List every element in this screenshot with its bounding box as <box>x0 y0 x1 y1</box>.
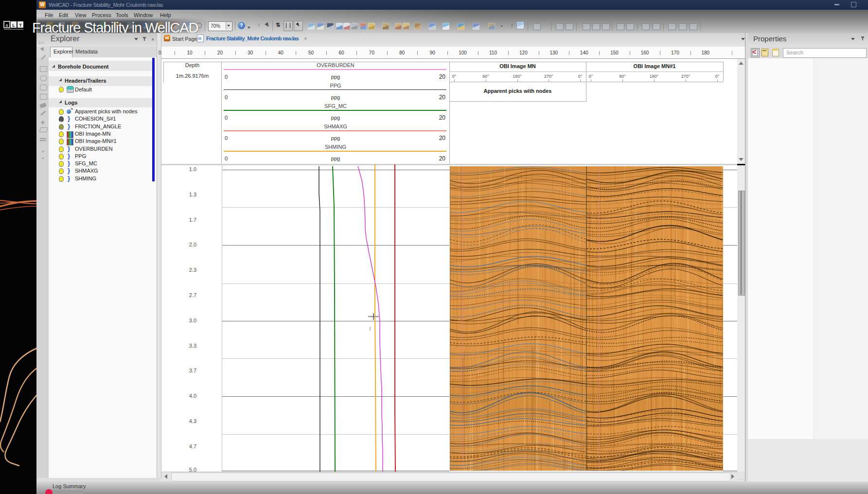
svg-text:T: T <box>19 23 22 28</box>
svg-text:a: a <box>5 23 8 28</box>
svg-text:L: L <box>12 23 15 28</box>
